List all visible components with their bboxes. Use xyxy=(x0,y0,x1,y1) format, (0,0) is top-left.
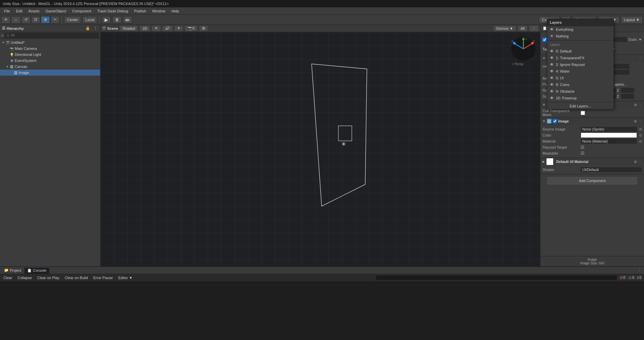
scene-camera-btn[interactable]: 📷0 xyxy=(185,25,197,31)
menu-gameobject[interactable]: GameObject xyxy=(43,8,69,14)
hierarchy-item-maincamera[interactable]: 📷 Main Camera xyxy=(0,46,100,52)
hierarchy-menu-btn[interactable]: ⋮ xyxy=(92,26,98,30)
menu-publish[interactable]: Publish xyxy=(131,8,149,14)
color-pick[interactable]: ⊙ xyxy=(639,133,642,138)
layers-item-coins[interactable]: 👁 8: Coins xyxy=(547,81,614,88)
lighting-btn[interactable]: ☀ xyxy=(151,25,161,31)
error-pause-btn[interactable]: Error Pause xyxy=(91,275,115,280)
tool-rotate[interactable]: ↺ xyxy=(21,16,30,23)
shading-dropdown[interactable]: Shaded xyxy=(119,25,138,31)
menu-component[interactable]: Component xyxy=(69,8,94,14)
hierarchy-item-dirlight[interactable]: 💡 Directional Light xyxy=(0,52,100,58)
image-component-header[interactable]: ▼ 🖼 Image ⚙ ⋮ xyxy=(540,117,644,125)
layers-item-nothing[interactable]: 👁 Nothing xyxy=(547,33,614,39)
console-search[interactable] xyxy=(376,275,617,280)
color-swatch[interactable] xyxy=(581,133,637,138)
pause-btn[interactable]: ⏸ xyxy=(112,16,122,23)
shader-field[interactable]: UI/Default xyxy=(581,167,642,172)
menu-window[interactable]: Window xyxy=(149,8,168,14)
audio-btn[interactable]: 🔊 xyxy=(162,25,173,31)
add-component-btn[interactable]: Add Component xyxy=(547,177,637,184)
layers-item-powerup[interactable]: 👁 10: Powerup xyxy=(547,95,614,101)
layers-item-obstacle[interactable]: 👁 9: Obstacle xyxy=(547,88,614,95)
raycast-checkbox[interactable]: ☑ xyxy=(581,145,584,150)
gizmos-btn[interactable]: Gizmos ▼ xyxy=(493,25,516,31)
error-count-val: 0 xyxy=(623,276,625,279)
collapse-btn[interactable]: Collapse xyxy=(15,275,34,280)
hierarchy-item-eventsystem[interactable]: ⚙ EventSystem xyxy=(0,58,100,64)
space-btn[interactable]: Local xyxy=(82,16,97,23)
menu-edit[interactable]: Edit xyxy=(13,8,25,14)
hierarchy-item-image[interactable]: 🖼 Image xyxy=(0,70,100,76)
layout-btn[interactable]: Layout ▼ xyxy=(621,16,643,23)
editor-btn[interactable]: Editor ▼ xyxy=(116,275,135,280)
rect-menu-btn[interactable]: ⋮ xyxy=(638,56,642,61)
canvas-menu-btn[interactable]: ⋮ xyxy=(638,103,642,107)
clear-on-play-btn[interactable]: Clear on Play xyxy=(35,275,61,280)
clear-btn[interactable]: Clear xyxy=(1,275,14,280)
image-enabled-checkbox[interactable] xyxy=(553,119,557,123)
rotz-input[interactable]: 0 xyxy=(621,88,634,93)
mat-title: Default UI Material xyxy=(556,160,633,164)
image-component-section: ▼ 🖼 Image ⚙ ⋮ Source Image None (Sprite)… xyxy=(540,117,644,158)
image-menu-btn[interactable]: ⋮ xyxy=(638,119,642,123)
hierarchy-lock-btn[interactable]: 🔒 xyxy=(84,26,91,30)
layers-item-ui[interactable]: 👁 5: UI xyxy=(547,75,614,81)
scene-menu-btn[interactable]: ⋮ xyxy=(529,25,539,31)
bottom-menu-btn[interactable]: ⋮ xyxy=(637,268,643,272)
layers-item-transparent[interactable]: 👁 1: TransparentFX xyxy=(547,55,614,61)
color-row: Color ⊙ xyxy=(542,132,642,138)
material-label: Material xyxy=(542,139,579,143)
tool-transform[interactable]: ✂ xyxy=(51,16,60,23)
project-tab[interactable]: 📁 Project xyxy=(1,267,24,274)
default-ui-material-header[interactable]: ▶ Default UI Material ⚙ ⋮ xyxy=(540,158,644,165)
layers-item-water[interactable]: 👁 4: Water xyxy=(547,68,614,75)
source-image-pick[interactable]: ⊙ xyxy=(639,127,642,132)
mat-settings-btn[interactable]: ⚙ xyxy=(634,160,637,164)
console-counts: ⊗ 0 ⚠ 0 ℹ 0 xyxy=(619,275,643,280)
hierarchy-plus-btn[interactable]: + xyxy=(1,33,3,37)
scene-tab-label[interactable]: Scene xyxy=(107,26,118,30)
layers-edit-btn[interactable]: Edit Layers... xyxy=(547,103,614,109)
tool-scale[interactable]: ⊡ xyxy=(31,16,40,23)
canvas-settings-btn[interactable]: ⚙ xyxy=(634,103,637,107)
play-btn[interactable]: ▶ xyxy=(102,16,111,23)
menu-assets[interactable]: Assets xyxy=(26,8,42,14)
tool-rect[interactable]: ⊕ xyxy=(41,16,50,23)
tool-move[interactable]: ✛ xyxy=(1,16,10,23)
shader-row: Shader UI/Default xyxy=(542,167,642,173)
maskable-checkbox[interactable]: ☑ xyxy=(581,151,584,156)
sz-input[interactable]: 1 xyxy=(621,94,634,99)
material-pick[interactable]: ⊙ xyxy=(639,139,642,144)
pivot-btn[interactable]: Center xyxy=(64,16,81,23)
layers-item-ignoreray[interactable]: 👁 2: Ignore Raycast xyxy=(547,61,614,68)
menu-file[interactable]: File xyxy=(1,8,13,14)
hierarchy-search[interactable] xyxy=(5,33,99,38)
mat-menu-btn[interactable]: ⋮ xyxy=(638,160,642,164)
hierarchy-item-canvas[interactable]: ▼ 🖼 Canvas xyxy=(0,64,100,70)
tool-pan[interactable]: ↔ xyxy=(11,16,21,23)
separator-2 xyxy=(99,16,100,23)
material-field[interactable]: None (Material) xyxy=(581,139,637,144)
cull-label: Cull Transparent Mesh xyxy=(542,109,579,117)
image-settings-btn[interactable]: ⚙ xyxy=(634,119,637,123)
h-input[interactable] xyxy=(613,70,630,75)
source-image-field[interactable]: None (Sprite) xyxy=(581,126,637,132)
grid-btn[interactable]: ⊞ xyxy=(199,25,208,31)
layers-item-everything[interactable]: 👁 Everything xyxy=(547,26,614,33)
2d-btn[interactable]: 2D xyxy=(139,25,150,31)
scene-canvas[interactable]: ✳ Y X Z xyxy=(101,32,540,266)
clear-on-build-btn[interactable]: Clear on Build xyxy=(63,275,90,280)
menu-help[interactable]: Help xyxy=(169,8,182,14)
obj-active-checkbox[interactable] xyxy=(542,37,547,42)
all-btn[interactable]: All xyxy=(518,25,528,31)
step-btn[interactable]: ⏭ xyxy=(123,16,132,23)
hierarchy-item-untitled[interactable]: ▼ 🎬 Untitled* ⋮ xyxy=(0,39,100,46)
menu-trashdash[interactable]: Trash Dash Debug xyxy=(94,8,131,14)
posy-input[interactable] xyxy=(613,64,630,69)
cull-checkbox[interactable] xyxy=(581,111,585,115)
error-icon: ⊗ xyxy=(620,276,623,279)
fx-btn[interactable]: ✦ xyxy=(174,25,183,31)
layers-item-default[interactable]: 👁 0: Default xyxy=(547,48,614,55)
console-tab[interactable]: 📋 Console xyxy=(24,267,49,274)
